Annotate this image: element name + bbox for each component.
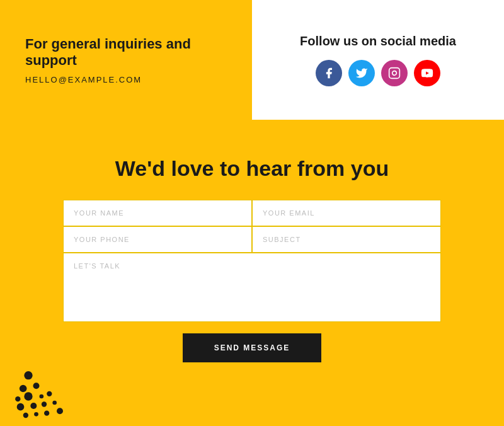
svg-point-7	[24, 392, 32, 400]
svg-point-8	[40, 394, 44, 399]
top-section: For general inquiries and support HELLO@…	[0, 0, 504, 120]
name-input[interactable]	[63, 200, 252, 226]
svg-point-11	[30, 403, 37, 409]
phone-input[interactable]	[63, 226, 252, 253]
email-input[interactable]	[252, 200, 441, 226]
social-title: Follow us on social media	[300, 34, 456, 49]
form-row-2	[63, 226, 441, 253]
svg-point-5	[33, 383, 40, 389]
facebook-icon[interactable]	[316, 60, 342, 86]
form-row-1	[63, 200, 441, 226]
svg-point-3	[24, 371, 32, 379]
subject-input[interactable]	[252, 226, 441, 253]
svg-point-14	[57, 408, 63, 414]
svg-rect-0	[389, 67, 400, 78]
svg-point-9	[47, 391, 52, 396]
send-button[interactable]: SEND MESSAGE	[183, 333, 322, 362]
dots-decoration	[13, 343, 76, 418]
yellow-divider	[0, 120, 504, 125]
svg-point-15	[44, 411, 49, 416]
contact-form: SEND MESSAGE	[63, 200, 441, 362]
instagram-icon[interactable]	[381, 60, 408, 86]
svg-point-17	[23, 413, 28, 418]
social-icons	[316, 60, 440, 86]
twitter-icon[interactable]	[348, 60, 375, 86]
inquiries-box: For general inquiries and support HELLO@…	[0, 0, 252, 120]
svg-point-10	[17, 403, 25, 411]
svg-point-6	[15, 396, 20, 401]
svg-point-13	[52, 401, 57, 405]
message-textarea[interactable]	[63, 253, 441, 322]
form-section: We'd love to hear from you SEND MESSAGE	[0, 125, 504, 426]
social-box: Follow us on social media	[252, 0, 504, 120]
youtube-icon[interactable]	[414, 60, 440, 86]
inquiries-email: HELLO@EXAMPLE.COM	[25, 75, 227, 84]
svg-point-16	[34, 412, 38, 417]
svg-point-12	[42, 401, 47, 406]
svg-point-4	[20, 385, 27, 393]
form-heading: We'd love to hear from you	[115, 156, 389, 181]
inquiries-title: For general inquiries and support	[25, 36, 227, 69]
